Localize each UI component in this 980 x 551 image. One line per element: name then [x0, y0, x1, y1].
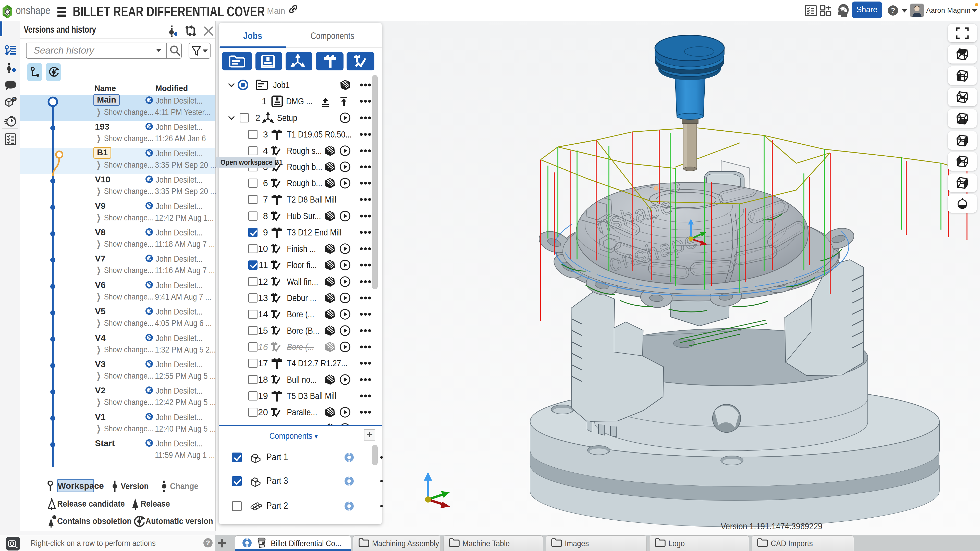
- svg-text:?: ?: [13, 97, 15, 101]
- svg-text:?: ?: [206, 539, 210, 547]
- svg-text:?: ?: [891, 6, 895, 14]
